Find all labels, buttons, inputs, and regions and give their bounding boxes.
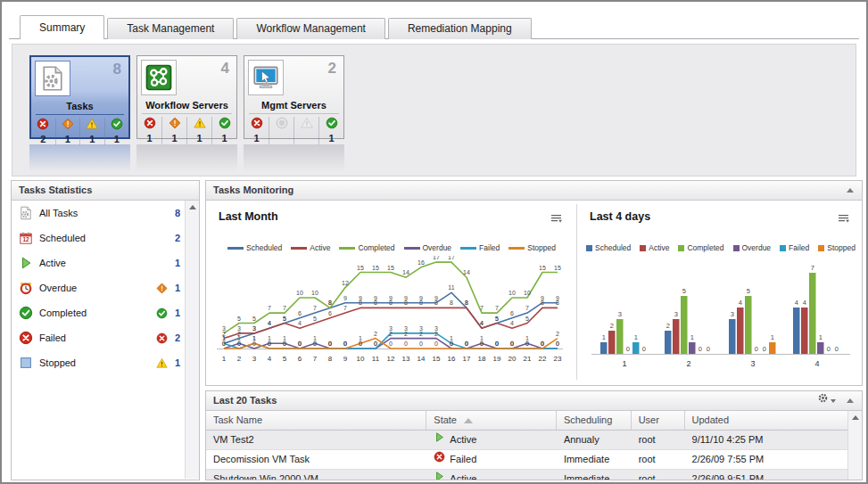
warning-icon [154, 357, 169, 369]
sort-ascending-icon [464, 418, 473, 423]
scroll-up-icon[interactable] [852, 415, 859, 420]
table-row[interactable]: Shutdown Win 2000 VM Active Immediate ro… [206, 470, 848, 480]
column-header-updated[interactable]: Updated [685, 411, 848, 430]
tab-remediation-mapping[interactable]: Remediation Mapping [388, 18, 532, 39]
column-header-user[interactable]: User [632, 411, 685, 430]
collapse-icon[interactable] [847, 398, 854, 403]
summary-cards: 8 Tasks 2 1 1 1 [29, 55, 344, 139]
legend-completed: Completed [339, 243, 394, 252]
svg-text:3: 3 [618, 310, 622, 318]
stat-count: 1 [169, 308, 180, 318]
svg-text:0: 0 [419, 340, 423, 347]
status-disabled-circle [269, 117, 294, 144]
svg-text:13: 13 [402, 355, 410, 363]
svg-text:4: 4 [268, 355, 272, 363]
svg-text:3: 3 [674, 310, 678, 318]
svg-text:2: 2 [237, 355, 242, 363]
stat-item-all-tasks[interactable]: All Tasks 8 [12, 201, 186, 226]
stat-item-completed[interactable]: Completed 1 [12, 300, 186, 325]
gear-icon[interactable] [817, 391, 829, 410]
svg-text:8: 8 [359, 299, 362, 306]
card-title: Workflow Servers [142, 99, 232, 114]
chart-legend: ScheduledActiveCompletedOverdueFailedSto… [213, 243, 570, 252]
svg-text:15: 15 [554, 265, 561, 271]
svg-text:5: 5 [283, 355, 287, 363]
svg-text:3: 3 [419, 325, 423, 332]
table-settings-button[interactable] [817, 391, 836, 410]
svg-text:23: 23 [554, 355, 562, 363]
svg-text:0: 0 [541, 340, 544, 347]
status-count: 1 [196, 133, 202, 144]
card-count: 8 [113, 61, 121, 100]
svg-text:15: 15 [387, 265, 394, 271]
stat-item-overdue[interactable]: Overdue 1 [12, 275, 186, 300]
tab-workflow-management[interactable]: Workflow Management [236, 18, 385, 39]
table-row[interactable]: Decomission VM Task Failed Immediate roo… [206, 450, 848, 470]
table-header-row: Task NameStateSchedulingUserUpdated [206, 411, 848, 431]
svg-text:3: 3 [750, 359, 755, 368]
stat-item-failed[interactable]: Failed 2 [12, 325, 186, 350]
stat-item-active[interactable]: Active 1 [12, 250, 186, 275]
scroll-up-icon[interactable] [189, 205, 196, 209]
cell-task-name: VM Test2 [206, 431, 426, 449]
svg-text:15: 15 [539, 265, 546, 271]
svg-text:5: 5 [495, 316, 499, 322]
tasks-monitoring-header: Tasks Monitoring [206, 181, 862, 201]
column-header-task-name[interactable]: Task Name [206, 411, 426, 430]
stat-item-scheduled[interactable]: 12 Scheduled 2 [12, 226, 186, 250]
table-row[interactable]: VM Test2 Active Annualy root 9/11/10 4:2… [206, 431, 848, 450]
svg-text:3: 3 [731, 310, 734, 318]
chart-options-icon[interactable] [838, 211, 850, 227]
active-state-icon [434, 431, 445, 449]
chart-options-icon[interactable] [550, 211, 563, 227]
card-title: Tasks [36, 100, 124, 115]
svg-text:0: 0 [283, 340, 286, 347]
card-mgmt-servers[interactable]: 2 Mgmt Servers 1 1 [244, 55, 344, 139]
svg-text:10: 10 [357, 355, 365, 363]
column-header-scheduling[interactable]: Scheduling [557, 411, 632, 430]
svg-text:12: 12 [387, 355, 395, 363]
scrollbar[interactable] [185, 201, 199, 479]
status-count: 1 [146, 133, 152, 144]
column-header-state[interactable]: State [426, 411, 557, 430]
svg-text:0: 0 [510, 340, 514, 347]
svg-text:7: 7 [480, 305, 484, 311]
stat-count: 1 [169, 283, 180, 293]
svg-text:0: 0 [763, 345, 766, 353]
svg-text:4: 4 [510, 320, 514, 326]
svg-text:15: 15 [433, 355, 441, 363]
svg-text:16: 16 [448, 355, 456, 363]
status-count: 1 [328, 133, 334, 144]
svg-text:1: 1 [622, 359, 626, 368]
line-chart-plot: 1234567891011121314151617181920212223123… [213, 256, 570, 386]
svg-text:2: 2 [556, 331, 559, 337]
caret-down-icon[interactable] [831, 399, 836, 403]
status-count: 1 [171, 133, 177, 144]
svg-text:3: 3 [222, 325, 226, 332]
card-tasks[interactable]: 8 Tasks 2 1 1 1 [29, 55, 130, 139]
svg-text:3: 3 [389, 325, 393, 332]
cell-state: Active [426, 431, 557, 449]
alarm-icon [19, 281, 34, 295]
svg-text:4: 4 [739, 299, 742, 307]
tab-summary[interactable]: Summary [20, 15, 104, 39]
stat-item-stopped[interactable]: Stopped 1 [12, 350, 186, 375]
status-completed: 1 [212, 117, 236, 144]
svg-text:22: 22 [539, 355, 547, 363]
status-completed: 1 [319, 117, 343, 144]
svg-text:4: 4 [298, 320, 302, 326]
tab-task-management[interactable]: Task Management [107, 18, 234, 39]
overdue-icon [169, 117, 181, 133]
status-count: 1 [221, 133, 227, 144]
completed-icon [154, 308, 169, 319]
svg-text:7: 7 [313, 355, 318, 363]
calendar-icon: 12 [19, 231, 34, 245]
last-4-days-chart: Last 4 days ScheduledActiveCompletedOver… [584, 201, 857, 384]
svg-text:1: 1 [634, 333, 638, 341]
card-count: 4 [221, 60, 229, 99]
collapse-icon[interactable] [847, 188, 854, 193]
svg-text:3: 3 [434, 325, 438, 332]
scrollbar[interactable] [847, 411, 862, 480]
card-workflow-servers[interactable]: 4 Workflow Servers 1 1 1 1 [136, 55, 237, 139]
svg-text:8: 8 [450, 299, 453, 306]
